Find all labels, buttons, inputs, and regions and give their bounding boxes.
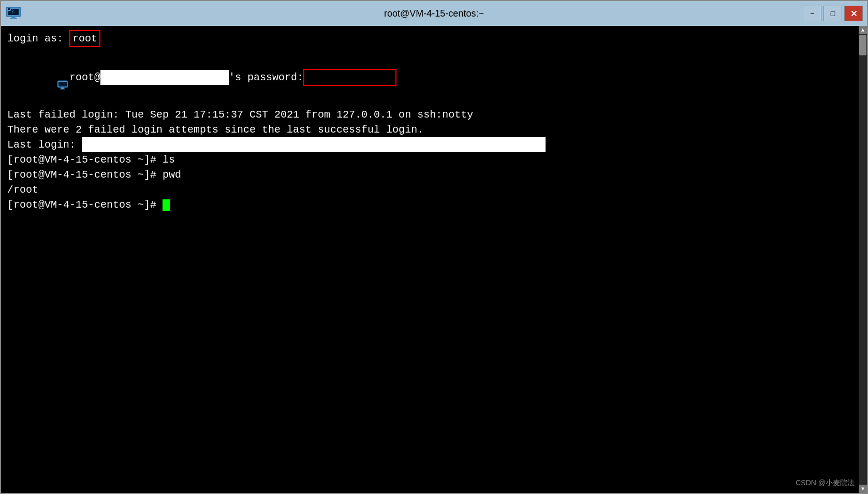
- pwd-output-text: /root: [7, 182, 38, 197]
- svg-rect-11: [58, 82, 67, 86]
- svg-rect-2: [11, 17, 16, 18]
- last-login-prefix: Last login:: [7, 137, 82, 152]
- titlebar-left: [5, 5, 22, 22]
- password-input-redacted: [303, 69, 396, 86]
- svg-rect-3: [10, 18, 17, 19]
- last-failed-line: Last failed login: Tue Sep 21 17:15:37 C…: [7, 107, 861, 122]
- svg-rect-6: [8, 11, 9, 11]
- titlebar-title: root@VM-4-15-centos:~: [384, 8, 484, 19]
- maximize-button[interactable]: □: [823, 6, 842, 21]
- titlebar: root@VM-4-15-centos:~ − □ ✕: [1, 1, 867, 26]
- scrollbar-thumb[interactable]: [859, 35, 866, 55]
- terminal-window: root@VM-4-15-centos:~ − □ ✕ login as: ro…: [0, 0, 868, 494]
- pwd-output-line: /root: [7, 182, 861, 197]
- terminal-body[interactable]: login as: root root@ 's password:: [1, 26, 867, 493]
- current-prompt-line: [root@VM-4-15-centos ~]#: [7, 197, 861, 212]
- password-line: root@ 's password:: [7, 47, 861, 107]
- pwd-command-line: [root@VM-4-15-centos ~]# pwd: [7, 167, 861, 182]
- scrollbar-track: [859, 34, 867, 485]
- watermark: CSDN @小麦院法: [796, 478, 855, 488]
- scrollbar-up-arrow[interactable]: ▲: [859, 26, 867, 34]
- titlebar-buttons: − □ ✕: [803, 6, 863, 21]
- login-user-highlight: root: [69, 30, 100, 47]
- password-root-at: root@: [69, 70, 100, 85]
- last-failed-text: Last failed login: Tue Sep 21 17:15:37 C…: [7, 107, 473, 122]
- password-host-redacted: [100, 70, 229, 85]
- ls-command-text: [root@VM-4-15-centos ~]# ls: [7, 152, 175, 167]
- scrollbar[interactable]: ▲ ▼: [859, 26, 867, 493]
- password-suffix: 's password:: [229, 70, 303, 85]
- failed-attempts-text: There were 2 failed login attempts since…: [7, 122, 423, 137]
- last-login-highlight: [82, 137, 546, 152]
- login-prefix: login as:: [7, 31, 69, 46]
- terminal-cursor: [163, 199, 170, 211]
- svg-rect-12: [61, 88, 64, 89]
- login-line: login as: root: [7, 30, 861, 47]
- prompt-text: [root@VM-4-15-centos ~]#: [7, 197, 163, 212]
- scrollbar-down-arrow[interactable]: ▼: [859, 485, 867, 493]
- svg-rect-5: [8, 8, 10, 10]
- svg-rect-13: [60, 89, 65, 90]
- minimize-button[interactable]: −: [803, 6, 821, 21]
- failed-attempts-line: There were 2 failed login attempts since…: [7, 122, 861, 137]
- pwd-command-text: [root@VM-4-15-centos ~]# pwd: [7, 167, 181, 182]
- last-login-line: Last login:: [7, 137, 861, 152]
- app-icon: [5, 5, 22, 22]
- close-button[interactable]: ✕: [844, 6, 863, 21]
- ls-command-line: [root@VM-4-15-centos ~]# ls: [7, 152, 861, 167]
- password-host-icon: [7, 47, 69, 107]
